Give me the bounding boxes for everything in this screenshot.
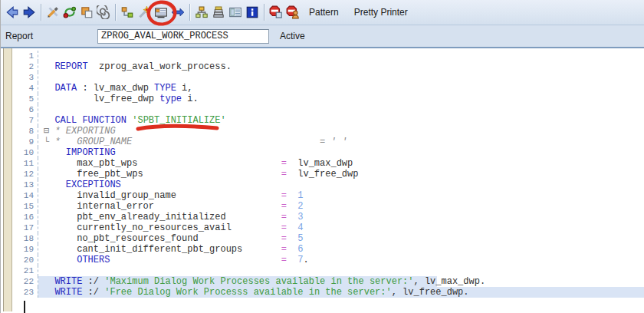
toolbar-separator [264,4,264,21]
code-line-3[interactable]: 3 [1,72,644,83]
code-editor[interactable]: 12 REPORT zprog_aval_work_process.34 DAT… [1,48,644,311]
line-text: REPORT zprog_aval_work_process. [38,61,644,72]
code-line-9[interactable]: 9└ * GROUP_NAME = ' ' [1,137,644,147]
code-line-19[interactable]: 19 cant_init_different_pbt_groups = 6 [1,244,644,255]
back-icon[interactable] [5,5,20,20]
line-text: └ * GROUP_NAME = ' ' [38,137,644,147]
line-text: EXCEPTIONS [38,180,644,190]
code-line-15[interactable]: 15 internal_error = 2 [1,201,644,212]
line-text: max_pbt_wps = lv_max_dwp [38,158,644,169]
code-line-17[interactable]: 17 currently_no_resources_avail = 4 [1,222,644,233]
code-line-21[interactable]: 21 [1,265,644,276]
line-text [38,265,644,276]
line-text: ⊟ * EXPORTING [38,126,644,137]
display-change-icon[interactable] [45,5,61,20]
line-text: cant_init_different_pbt_groups = 6 [38,244,644,255]
code-line-5[interactable]: 5 lv_free_dwp type i. [1,94,644,104]
line-text: CALL FUNCTION 'SPBT_INITIALIZE' [38,115,644,126]
detail-list-icon[interactable] [228,5,243,20]
line-text: pbt_env_already_initialized = 3 [38,212,644,222]
toolbar-separator [189,4,190,21]
editor-gutter [3,48,12,311]
code-line-20[interactable]: 20 OTHERS = 7. [1,255,644,265]
toolbar-separator [115,4,116,21]
code-line-22[interactable]: 22 WRITE :/ 'Maximum Dialog Work Process… [1,276,644,287]
line-text: WRITE :/ 'Free Dialog Work Processs avai… [38,287,644,298]
info-icon[interactable] [245,5,260,20]
line-text: invalid_group_name = 1 [38,190,644,201]
code-line-8[interactable]: 8⊟ * EXPORTING [1,126,644,137]
status-active-label: Active [280,31,305,41]
report-label: Report [5,31,33,41]
code-line-4[interactable]: 4 DATA : lv_max_dwp TYPE i, [1,83,644,94]
pattern-button[interactable]: Pattern [301,3,347,21]
line-text [38,104,644,115]
application-toolbar: PatternPretty Printer [1,0,644,25]
line-text [38,51,644,61]
code-line-18[interactable]: 18 no_pbt_resources_found = 5 [1,233,644,244]
line-text: IMPORTING [38,147,644,158]
code-line-23[interactable]: 23 WRITE :/ 'Free Dialog Work Processs a… [1,287,644,298]
where-used-icon[interactable] [96,5,111,20]
hierarchy-icon[interactable] [194,5,209,20]
code-line-13[interactable]: 13 EXCEPTIONS [1,180,644,190]
object-list-icon[interactable] [120,5,135,20]
toolbar-separator [41,4,41,21]
report-header-row: Report Active [1,25,644,48]
user-breakpoint-icon[interactable] [285,5,301,20]
line-text: lv_free_dwp type i. [38,94,644,104]
text-cursor [24,301,25,313]
code-line-11[interactable]: 11 max_pbt_wps = lv_max_dwp [1,158,644,169]
code-line-6[interactable]: 6 [1,104,644,115]
line-text: OTHERS = 7. [38,255,644,265]
line-text: no_pbt_resources_found = 5 [38,233,644,244]
line-text: currently_no_resources_avail = 4 [38,222,644,233]
abap-editor-window: PatternPretty Printer Report Active 12 R… [0,0,644,313]
pretty-printer-button[interactable]: Pretty Printer [347,3,416,21]
code-line-12[interactable]: 12 free_pbt_wps = lv_free_dwp [1,169,644,180]
line-text: internal_error = 2 [38,201,644,212]
code-line-1[interactable]: 1 [1,51,644,61]
workbench-icon[interactable] [153,5,169,20]
code-line-14[interactable]: 14 invalid_group_name = 1 [1,190,644,201]
line-text: free_pbt_wps = lv_free_dwp [38,169,644,180]
report-name-input[interactable] [97,29,269,44]
breakpoint-icon[interactable] [268,5,284,20]
line-text: WRITE :/ 'Maximum Dialog Work Processes … [38,276,644,287]
code-line-7[interactable]: 7 CALL FUNCTION 'SPBT_INITIALIZE' [1,115,644,126]
copy-icon[interactable] [79,5,94,20]
code-line-2[interactable]: 2 REPORT zprog_aval_work_process. [1,61,644,72]
code-line-10[interactable]: 10 IMPORTING [1,147,644,158]
activate-icon[interactable] [136,5,152,20]
code-line-16[interactable]: 16 pbt_env_already_initialized = 3 [1,212,644,222]
check-refresh-icon[interactable] [62,5,77,20]
navigation-icon[interactable] [170,5,186,20]
forward-icon[interactable] [21,5,37,20]
line-text: DATA : lv_max_dwp TYPE i, [38,83,644,94]
line-text [38,72,644,83]
object-stack-icon[interactable] [211,5,226,20]
